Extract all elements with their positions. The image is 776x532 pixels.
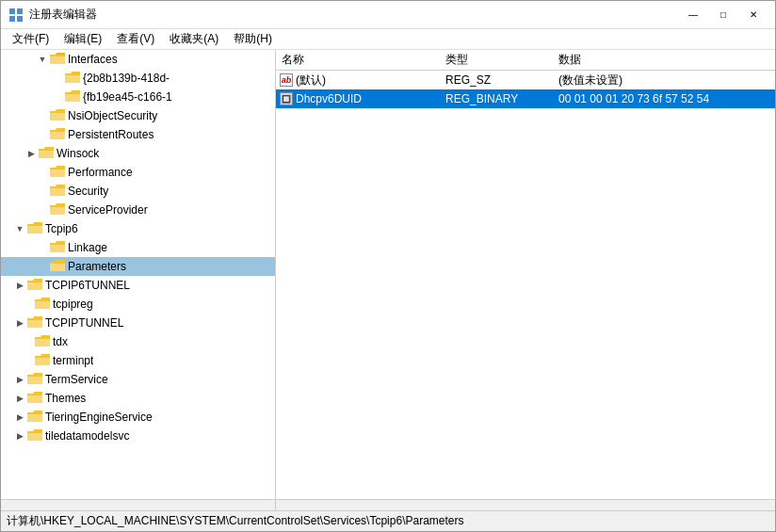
cell-name-dhcpv6duid: 🔲 Dhcpv6DUID (276, 92, 445, 105)
menu-favorites[interactable]: 收藏夹(A) (162, 29, 226, 49)
folder-icon-linkage (50, 241, 65, 254)
folder-icon-winsock (39, 147, 54, 160)
table-scrollbar-h[interactable] (276, 500, 775, 510)
tree-label-tcpiptunnel: TCPIPTUNNEL (45, 316, 123, 330)
folder-icon-guid2 (65, 90, 80, 104)
tree-label-tcpip6: Tcpip6 (45, 222, 78, 235)
tree-label-themes: Themes (45, 392, 86, 405)
svg-rect-2 (9, 16, 15, 22)
tree-item-tcpiptunnel[interactable]: ▶ TCPIPTUNNEL (1, 314, 275, 332)
tree-label-tcpip6tunnel: TCPIP6TUNNEL (45, 279, 130, 292)
main-content: ▼ Interfaces ▶ (1, 50, 775, 499)
folder-icon-tcpipreg (35, 298, 50, 311)
tree-item-tdx[interactable]: ▶ tdx (1, 332, 275, 351)
cell-data-dhcpv6duid: 00 01 00 01 20 73 6f 57 52 54 (558, 92, 775, 105)
table-row-dhcpv6duid[interactable]: 🔲 Dhcpv6DUID REG_BINARY 00 01 00 01 20 7… (276, 89, 775, 108)
tree-label-guid1: {2b8b139b-418d- (83, 72, 170, 85)
tree-item-tcpip6tunnel[interactable]: ▶ TCPIP6TUNNEL (1, 276, 275, 295)
expand-icon-tcpip6tunnel[interactable]: ▶ (12, 278, 27, 293)
expand-icon-winsock[interactable]: ▶ (24, 146, 39, 161)
tree-label-performance: Performance (68, 166, 133, 179)
tree-label-linkage: Linkage (68, 241, 107, 254)
folder-icon-themes (27, 392, 42, 405)
svg-rect-0 (9, 8, 15, 14)
tree-item-linkage[interactable]: ▶ Linkage (1, 238, 275, 257)
tree-scroll[interactable]: ▼ Interfaces ▶ (1, 50, 275, 445)
tree-label-tieringengine: TieringEngineService (45, 411, 153, 424)
tree-item-tcpipreg[interactable]: ▶ tcpipreg (1, 295, 275, 314)
menu-edit[interactable]: 编辑(E) (57, 29, 109, 49)
tree-label-termservice: TermService (45, 373, 108, 386)
tree-label-guid2: {fb19ea45-c166-1 (83, 90, 172, 104)
menu-bar: 文件(F) 编辑(E) 查看(V) 收藏夹(A) 帮助(H) (1, 29, 775, 50)
tree-item-themes[interactable]: ▶ Themes (1, 389, 275, 408)
folder-icon-interfaces (50, 53, 65, 66)
tree-label-terminpt: terminpt (53, 354, 93, 367)
folder-icon-persistent (50, 128, 65, 141)
value-type-icon-bin: 🔲 (280, 92, 293, 105)
svg-rect-1 (17, 8, 23, 14)
minimize-button[interactable]: — (679, 6, 707, 24)
col-header-data: 数据 (558, 52, 775, 68)
menu-help[interactable]: 帮助(H) (226, 29, 280, 49)
tree-item-tieringengine[interactable]: ▶ TieringEngineService (1, 408, 275, 427)
tree-label-winsock: Winsock (57, 147, 99, 160)
tree-item-termservice[interactable]: ▶ TermService (1, 370, 275, 389)
cell-type-dhcpv6duid: REG_BINARY (445, 92, 558, 105)
expand-icon-interfaces[interactable]: ▼ (35, 52, 50, 67)
tree-item-nsiobj[interactable]: ▶ NsiObjectSecurity (1, 106, 275, 125)
tree-label-parameters: Parameters (68, 260, 126, 273)
table-header: 名称 类型 数据 (276, 50, 775, 71)
tree-label-persistent: PersistentRoutes (68, 128, 154, 141)
tree-item-serviceprovider[interactable]: ▶ ServiceProvider (1, 201, 275, 219)
expand-icon-themes[interactable]: ▶ (12, 391, 27, 406)
folder-icon-termservice (27, 373, 42, 386)
tree-label-security: Security (68, 185, 108, 198)
window-title: 注册表编辑器 (29, 7, 97, 23)
folder-icon-terminpt (35, 354, 50, 367)
expand-icon-termservice[interactable]: ▶ (12, 372, 27, 387)
folder-icon-guid1 (65, 72, 80, 85)
expand-icon-tcpip6[interactable]: ▼ (12, 221, 27, 236)
tree-item-parameters[interactable]: ▶ Parameters (1, 257, 275, 276)
tree-item-guid2[interactable]: ▶ {fb19ea45-c166-1 (1, 88, 275, 106)
window-controls: — □ ✕ (679, 6, 768, 24)
tree-label-interfaces: Interfaces (68, 53, 118, 66)
tree-label-nsiobj: NsiObjectSecurity (68, 109, 157, 122)
cell-name-default: ab (默认) (276, 73, 445, 89)
expand-icon-tcpiptunnel[interactable]: ▶ (12, 315, 27, 330)
title-bar: 注册表编辑器 — □ ✕ (1, 1, 775, 29)
maximize-button[interactable]: □ (709, 6, 737, 24)
tree-item-guid1[interactable]: ▶ {2b8b139b-418d- (1, 69, 275, 88)
tree-item-interfaces[interactable]: ▼ Interfaces (1, 50, 275, 69)
folder-icon-security (50, 185, 65, 198)
table-row[interactable]: ab (默认) REG_SZ (数值未设置) (276, 71, 775, 89)
col-header-name: 名称 (276, 52, 445, 68)
bottom-scrollbar[interactable] (1, 499, 775, 510)
app-icon (8, 8, 24, 23)
folder-icon-tcpiptunnel (27, 316, 42, 330)
folder-icon-tieringengine (27, 411, 42, 424)
cell-type-default: REG_SZ (445, 73, 558, 87)
table-body: ab (默认) REG_SZ (数值未设置) 🔲 Dhcpv6DUID REG_… (276, 71, 775, 499)
tree-item-tcpip6[interactable]: ▼ Tcpip6 (1, 219, 275, 238)
title-bar-left: 注册表编辑器 (8, 7, 97, 23)
tree-item-security[interactable]: ▶ Security (1, 182, 275, 201)
folder-icon-nsiobj (50, 109, 65, 122)
expand-icon-tieringengine[interactable]: ▶ (12, 410, 27, 425)
tree-item-tiledatamodel[interactable]: ▶ tiledatamodelsvc (1, 427, 275, 445)
menu-file[interactable]: 文件(F) (5, 29, 57, 49)
tree-item-winsock[interactable]: ▶ Winsock (1, 144, 275, 163)
tree-scrollbar-h[interactable] (1, 500, 276, 510)
tree-label-serviceprovider: ServiceProvider (68, 203, 148, 217)
status-bar: 计算机\HKEY_LOCAL_MACHINE\SYSTEM\CurrentCon… (1, 510, 775, 531)
folder-icon-serviceprovider (50, 203, 65, 217)
tree-label-tcpipreg: tcpipreg (53, 298, 93, 311)
close-button[interactable]: ✕ (739, 6, 768, 24)
tree-item-persistent[interactable]: ▶ PersistentRoutes (1, 125, 275, 144)
tree-item-performance[interactable]: ▶ Performance (1, 163, 275, 182)
expand-icon-tiledatamodel[interactable]: ▶ (12, 428, 27, 443)
tree-item-terminpt[interactable]: ▶ terminpt (1, 351, 275, 370)
menu-view[interactable]: 查看(V) (109, 29, 162, 49)
cell-data-default: (数值未设置) (558, 73, 775, 89)
